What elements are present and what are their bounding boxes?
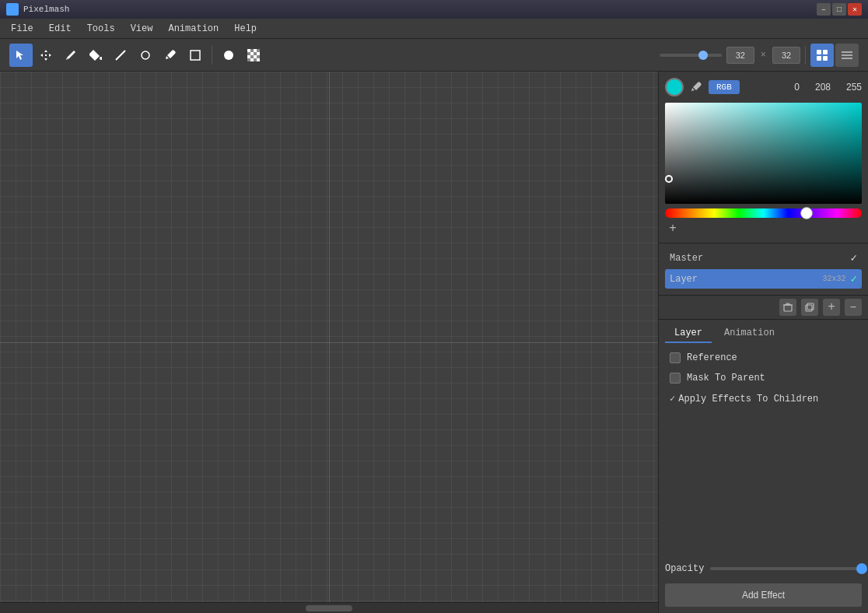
master-layer-item[interactable]: Master ✓: [665, 248, 862, 268]
tab-animation[interactable]: Animation: [715, 324, 784, 343]
select-tool-button[interactable]: [9, 44, 33, 67]
svg-rect-26: [817, 50, 821, 54]
scroll-thumb[interactable]: [306, 605, 352, 611]
svg-point-3: [224, 51, 233, 60]
size-slider-thumb[interactable]: [698, 51, 708, 60]
opacity-slider[interactable]: [710, 567, 862, 570]
color-section: RGB 0 208 255 +: [659, 72, 868, 243]
size-slider-container: 32 × 32: [660, 47, 800, 64]
color-swatch[interactable]: [665, 78, 684, 96]
checkerboard-tool-button[interactable]: [242, 44, 265, 67]
svg-rect-29: [823, 56, 828, 61]
apply-effects-row: ✓ Apply Effects To Children: [665, 390, 862, 408]
delete-layer-button[interactable]: [779, 299, 796, 316]
remove-layer-button[interactable]: –: [845, 299, 862, 316]
svg-point-1: [142, 51, 149, 59]
add-layer-button[interactable]: +: [823, 299, 840, 316]
svg-rect-37: [807, 303, 814, 310]
color-g-input[interactable]: 208: [803, 79, 831, 95]
menu-file[interactable]: File: [3, 20, 41, 37]
layers-section: Master ✓ Layer 32x32 ✓: [659, 243, 868, 295]
canvas-grid: [0, 72, 658, 613]
master-layer-label: Master: [670, 253, 851, 264]
layer-size-label: 32x32: [823, 275, 846, 283]
vertical-guide: [329, 72, 330, 613]
close-button[interactable]: ✕: [848, 3, 862, 16]
size-height-input[interactable]: 32: [772, 47, 800, 64]
color-value-inputs: 0 208 255: [772, 79, 862, 95]
layer-animation-tabs: Layer Animation: [659, 319, 868, 343]
eyedropper-icon[interactable]: [688, 79, 704, 95]
menu-help[interactable]: Help: [226, 20, 264, 37]
svg-rect-12: [247, 52, 250, 55]
hue-slider-container[interactable]: [665, 208, 862, 218]
size-separator: ×: [761, 50, 766, 61]
menu-tools[interactable]: Tools: [79, 20, 123, 37]
circle-tool-button[interactable]: [217, 44, 240, 67]
view-other-button[interactable]: [835, 44, 859, 67]
hue-slider-thumb[interactable]: [800, 207, 813, 219]
color-r-input[interactable]: 0: [772, 79, 800, 95]
fill-tool-button[interactable]: [84, 44, 107, 67]
reference-label: Reference: [687, 352, 737, 363]
svg-rect-23: [257, 55, 260, 58]
eraser-tool-button[interactable]: [134, 44, 157, 67]
opacity-label: Opacity: [665, 563, 704, 574]
reference-checkbox[interactable]: [670, 352, 681, 363]
add-effect-button[interactable]: Add Effect: [665, 583, 862, 607]
apply-effects-checkmark: ✓: [670, 393, 675, 405]
hue-slider[interactable]: [665, 208, 862, 218]
svg-rect-15: [257, 49, 260, 52]
canvas-area[interactable]: [0, 72, 658, 613]
color-mode-rgb-tab[interactable]: RGB: [709, 80, 740, 94]
svg-rect-32: [842, 58, 852, 59]
minimize-button[interactable]: –: [817, 3, 831, 16]
main-area: RGB 0 208 255 +: [0, 72, 868, 613]
view-grid-button[interactable]: [810, 44, 834, 67]
svg-rect-10: [247, 49, 250, 52]
menu-bar: File Edit Tools View Animation Help: [0, 19, 868, 39]
menu-animation[interactable]: Animation: [160, 20, 226, 37]
color-gradient-cursor: [665, 175, 673, 183]
toolbar: 32 × 32: [0, 39, 868, 72]
svg-rect-33: [784, 305, 792, 311]
window-controls: – □ ✕: [817, 3, 862, 16]
svg-line-0: [116, 51, 125, 60]
mask-to-parent-checkbox[interactable]: [670, 373, 681, 384]
layer-item[interactable]: Layer 32x32 ✓: [665, 269, 862, 289]
line-tool-button[interactable]: [109, 44, 132, 67]
add-color-button[interactable]: +: [665, 221, 681, 236]
layer-check-icon: ✓: [851, 272, 857, 285]
maximize-button[interactable]: □: [832, 3, 846, 16]
svg-rect-36: [806, 305, 812, 311]
color-b-input[interactable]: 255: [834, 79, 862, 95]
svg-rect-16: [254, 52, 257, 55]
title-bar: Pixelmash – □ ✕: [0, 0, 868, 19]
svg-rect-22: [254, 55, 257, 58]
menu-edit[interactable]: Edit: [41, 20, 79, 37]
eyedropper-tool-button[interactable]: [159, 44, 182, 67]
svg-rect-25: [257, 58, 260, 61]
pencil-tool-button[interactable]: [59, 44, 82, 67]
duplicate-layer-button[interactable]: [801, 299, 818, 316]
size-slider[interactable]: [660, 54, 722, 57]
rect-tool-button[interactable]: [184, 44, 207, 67]
mask-to-parent-prop-row: Mask To Parent: [665, 370, 862, 387]
reference-prop-row: Reference: [665, 349, 862, 366]
app-icon: [6, 3, 19, 16]
menu-view[interactable]: View: [123, 20, 161, 37]
svg-rect-18: [247, 55, 250, 58]
right-panel: RGB 0 208 255 +: [658, 72, 868, 613]
move-tool-button[interactable]: [34, 44, 58, 67]
layer-label: Layer: [670, 274, 823, 285]
opacity-thumb[interactable]: [856, 563, 867, 574]
color-gradient-picker[interactable]: [665, 103, 862, 204]
horizontal-scrollbar[interactable]: [0, 602, 658, 613]
master-check-icon: ✓: [851, 251, 857, 264]
svg-rect-31: [842, 54, 852, 56]
tab-layer[interactable]: Layer: [665, 324, 712, 343]
svg-rect-14: [254, 49, 257, 52]
color-top-row: RGB 0 208 255: [665, 78, 862, 96]
layer-properties: Reference Mask To Parent ✓ Apply Effects…: [659, 343, 868, 560]
size-width-input[interactable]: 32: [726, 47, 754, 64]
